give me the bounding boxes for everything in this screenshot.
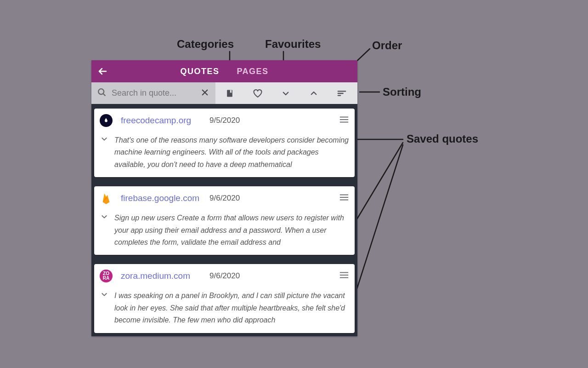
site-favicon: ZORA — [100, 270, 113, 282]
top-bar: QUOTES PAGES — [91, 60, 357, 82]
chevron-up-icon — [310, 89, 318, 98]
quote-card[interactable]: ZORA zora.medium.com 9/6/2020 I was spea… — [94, 264, 355, 333]
annotation-favourites: Favourites — [265, 38, 321, 51]
site-name: firebase.google.com — [121, 193, 201, 203]
quote-card[interactable]: firebase.google.com 9/6/2020 Sign up new… — [94, 186, 355, 255]
sorting-button[interactable] — [333, 84, 351, 103]
chevron-down-icon — [101, 291, 108, 298]
flame-icon — [103, 117, 109, 124]
quote-text: I was speaking on a panel in Brooklyn, a… — [114, 290, 349, 326]
card-header: firebase.google.com 9/6/2020 — [100, 192, 349, 205]
site-name: zora.medium.com — [121, 271, 201, 281]
quotes-list: freecodecamp.org 9/5/2020 That's one of … — [91, 104, 357, 336]
card-body: Sign up new users Create a form that all… — [100, 212, 349, 248]
chevron-down-icon — [101, 213, 108, 220]
svg-line-5 — [356, 143, 403, 220]
expand-button[interactable] — [101, 291, 110, 326]
quote-card[interactable]: freecodecamp.org 9/5/2020 That's one of … — [94, 109, 355, 177]
toolbar-actions — [215, 82, 357, 104]
tab-quotes[interactable]: QUOTES — [177, 67, 222, 76]
quote-text: That's one of the reasons many software … — [114, 134, 349, 171]
card-header: freecodecamp.org 9/5/2020 — [100, 114, 349, 127]
drag-handle[interactable] — [339, 115, 349, 126]
drag-lines-icon — [339, 115, 349, 124]
card-header: ZORA zora.medium.com 9/6/2020 — [100, 270, 349, 282]
svg-line-9 — [103, 93, 106, 96]
quote-date: 9/6/2020 — [209, 194, 240, 203]
svg-point-8 — [98, 89, 104, 94]
expand-button[interactable] — [101, 135, 110, 171]
annotation-saved-quotes: Saved quotes — [407, 132, 478, 145]
quote-date: 9/6/2020 — [209, 271, 240, 281]
tab-pages[interactable]: PAGES — [234, 67, 271, 76]
card-body: That's one of the reasons many software … — [100, 134, 349, 171]
quote-text: Sign up new users Create a form that all… — [114, 212, 349, 248]
drag-handle[interactable] — [339, 193, 349, 203]
heart-icon — [252, 88, 263, 99]
tab-bar: QUOTES PAGES — [113, 67, 335, 76]
site-favicon — [100, 192, 113, 205]
annotation-order: Order — [372, 39, 402, 52]
favourites-button[interactable] — [249, 84, 267, 103]
annotation-sorting: Sorting — [383, 86, 421, 98]
sort-icon — [337, 88, 347, 98]
categories-button[interactable] — [220, 84, 239, 103]
drag-lines-icon — [339, 271, 349, 279]
search-field[interactable]: Search in quote... — [91, 82, 215, 104]
card-body: I was speaking on a panel in Brooklyn, a… — [100, 290, 349, 326]
bookmark-icon — [225, 89, 234, 98]
order-asc-button[interactable] — [305, 84, 323, 103]
app-panel: QUOTES PAGES Search in quote... — [91, 60, 357, 336]
chevron-down-icon — [101, 135, 108, 143]
drag-handle[interactable] — [339, 271, 349, 281]
close-icon — [201, 88, 209, 97]
svg-line-6 — [352, 145, 403, 303]
firebase-icon — [101, 192, 111, 205]
arrow-left-icon — [97, 66, 108, 77]
clear-search-button[interactable] — [198, 86, 212, 101]
order-desc-button[interactable] — [277, 84, 295, 103]
site-name: freecodecamp.org — [121, 115, 201, 126]
search-placeholder: Search in quote... — [112, 88, 198, 98]
toolbar: Search in quote... — [91, 82, 357, 104]
site-favicon — [100, 114, 113, 127]
search-icon — [97, 87, 107, 99]
back-button[interactable] — [91, 60, 113, 82]
drag-lines-icon — [339, 193, 349, 201]
annotation-categories: Categories — [177, 38, 234, 51]
chevron-down-icon — [282, 89, 290, 98]
quote-date: 9/5/2020 — [209, 116, 240, 125]
expand-button[interactable] — [101, 213, 110, 248]
